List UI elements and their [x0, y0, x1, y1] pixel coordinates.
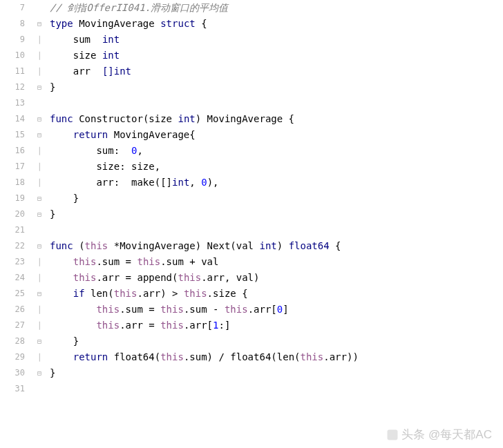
code-line[interactable]: if len(this.arr) > this.size { [50, 286, 503, 302]
fold-close-icon[interactable]: ⊟ [33, 79, 46, 95]
code-line[interactable]: } [50, 365, 503, 381]
code-line[interactable]: sum: 0, [50, 143, 503, 159]
line-number: 15 [0, 127, 25, 143]
line-number: 27 [0, 318, 25, 333]
line-number: 20 [0, 206, 25, 222]
code-line[interactable]: } [50, 206, 503, 222]
code-line[interactable]: } [50, 79, 503, 95]
line-number-gutter: 7891011121314151617181920212223242526272… [0, 0, 33, 448]
fold-open-icon[interactable]: ⊟ [33, 238, 46, 254]
line-number: 13 [0, 95, 25, 111]
code-line[interactable]: return MovingAverage{ [50, 127, 503, 143]
fold-open-icon[interactable]: ⊟ [33, 16, 46, 32]
code-line[interactable]: sum int [50, 32, 503, 48]
code-line[interactable] [50, 95, 503, 111]
line-number: 11 [0, 64, 25, 79]
line-number: 8 [0, 16, 25, 32]
code-line[interactable]: this.sum = this.sum + val [50, 254, 503, 270]
line-number: 10 [0, 48, 25, 64]
line-number: 16 [0, 143, 25, 159]
code-line[interactable]: this.sum = this.sum - this.arr[0] [50, 302, 503, 318]
line-number: 22 [0, 238, 25, 254]
code-line[interactable] [50, 381, 503, 397]
code-line[interactable]: func Constructor(size int) MovingAverage… [50, 111, 503, 127]
code-line[interactable]: type MovingAverage struct { [50, 16, 503, 32]
code-line[interactable]: arr: make([]int, 0), [50, 175, 503, 191]
line-number: 31 [0, 381, 25, 397]
line-number: 24 [0, 270, 25, 286]
line-number: 9 [0, 32, 25, 48]
fold-open-icon[interactable]: ⊟ [33, 111, 46, 127]
line-number: 12 [0, 79, 25, 95]
line-number: 21 [0, 222, 25, 238]
code-area[interactable]: // 剑指OfferII041.滑动窗口的平均值 type MovingAver… [46, 0, 503, 448]
line-number: 29 [0, 349, 25, 365]
code-line[interactable]: size int [50, 48, 503, 64]
watermark-text: 头条 @每天都AC [401, 427, 492, 442]
fold-marker [33, 0, 46, 16]
fold-close-icon[interactable]: ⊟ [33, 365, 46, 381]
code-line[interactable]: this.arr = append(this.arr, val) [50, 270, 503, 286]
watermark: 头条 @每天都AC [386, 427, 492, 442]
line-number: 17 [0, 159, 25, 175]
line-number: 7 [0, 0, 25, 16]
code-line[interactable]: size: size, [50, 159, 503, 175]
line-number: 23 [0, 254, 25, 270]
code-line[interactable]: } [50, 191, 503, 206]
line-number: 14 [0, 111, 25, 127]
toutiao-icon [386, 429, 399, 441]
line-number: 19 [0, 191, 25, 206]
code-editor[interactable]: 7891011121314151617181920212223242526272… [0, 0, 503, 448]
code-line[interactable]: func (this *MovingAverage) Next(val int)… [50, 238, 503, 254]
code-line[interactable]: this.arr = this.arr[1:] [50, 318, 503, 333]
code-line[interactable]: // 剑指OfferII041.滑动窗口的平均值 [50, 0, 503, 16]
line-number: 26 [0, 302, 25, 318]
line-number: 30 [0, 365, 25, 381]
line-number: 28 [0, 333, 25, 349]
svg-rect-0 [388, 429, 398, 440]
code-line[interactable]: arr []int [50, 64, 503, 79]
code-line[interactable]: return float64(this.sum) / float64(len(t… [50, 349, 503, 365]
fold-column: ⊟ │ │ │ ⊟ ⊟ ⊟ │ │ │ ⊟ ⊟ ⊟ │ │ ⊟ │ │ ⊟ │ … [33, 0, 46, 448]
line-number: 18 [0, 175, 25, 191]
line-number: 25 [0, 286, 25, 302]
fold-close-icon[interactable]: ⊟ [33, 206, 46, 222]
code-line[interactable]: } [50, 333, 503, 349]
code-line[interactable] [50, 222, 503, 238]
